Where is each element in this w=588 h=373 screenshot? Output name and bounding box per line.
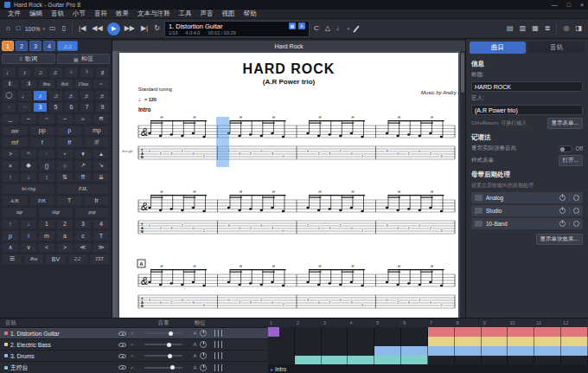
palette-button[interactable]: i	[20, 230, 37, 241]
mastering-chain-row[interactable]: Studio	[471, 205, 583, 216]
palette-button[interactable]: :‖	[20, 79, 37, 90]
scrollbar-thumb[interactable]	[461, 53, 464, 93]
palette-button[interactable]: ↑	[2, 219, 19, 230]
mixer-track-row[interactable]: 2. Electric Bass∩A	[0, 339, 268, 350]
palette-button[interactable]: fff	[84, 137, 111, 148]
palette-button[interactable]: ··	[17, 102, 32, 113]
menu-item[interactable]: 效果	[112, 10, 133, 18]
volume-slider[interactable]	[144, 332, 182, 334]
bar-cell[interactable]	[374, 346, 401, 356]
headphone-icon[interactable]: ∩	[131, 365, 134, 370]
show-effects-button[interactable]: 显示单块效果...	[536, 234, 583, 245]
bar-cell[interactable]	[508, 356, 534, 364]
forward-button[interactable]: ▶▶	[123, 23, 137, 34]
palette-button[interactable]: ≈	[74, 113, 92, 125]
go-end-button[interactable]: ▶|	[139, 23, 150, 34]
bar-cell[interactable]	[268, 346, 295, 356]
palette-button[interactable]: 2:2	[67, 254, 88, 265]
multivoice-button[interactable]: ♫♫	[57, 41, 78, 51]
palette-button[interactable]: ♬	[64, 90, 79, 101]
palette-button[interactable]: 3	[74, 219, 92, 230]
loop-icon[interactable]: ↻	[152, 23, 162, 34]
bar-cell[interactable]	[322, 327, 348, 337]
palette-button[interactable]: ‿	[2, 113, 19, 125]
bar-cell[interactable]	[322, 337, 348, 346]
palette-button[interactable]: ♬	[95, 90, 110, 101]
minimize-button[interactable]: —	[552, 2, 558, 8]
fretboard-view-icon[interactable]: ▤	[505, 23, 515, 34]
bar-cell[interactable]	[534, 346, 561, 356]
mastering-chain-row[interactable]: 10-Band	[471, 218, 583, 229]
palette-button[interactable]: ⇊	[93, 172, 110, 183]
palette-button[interactable]: 7	[80, 102, 94, 113]
voice-1-button[interactable]: 1	[2, 41, 14, 51]
track-list-icon[interactable]: ▦	[289, 23, 296, 29]
palette-button[interactable]: mf	[2, 137, 29, 148]
palette-button[interactable]: 3	[33, 102, 48, 113]
bar-cell[interactable]	[482, 337, 508, 346]
palette-button[interactable]: pp	[29, 125, 56, 137]
visibility-icon[interactable]	[118, 354, 126, 358]
palette-button[interactable]: ▾	[74, 149, 92, 160]
palette-button[interactable]: P.H.	[29, 196, 56, 207]
palette-button[interactable]: a	[56, 230, 74, 241]
zoom-caret-icon[interactable]: ▾	[43, 26, 46, 31]
bar-cell[interactable]	[401, 356, 428, 364]
volume-handle[interactable]	[167, 343, 171, 347]
palette-button[interactable]: ⇈	[74, 172, 92, 183]
voice-4-button[interactable]: 4	[43, 41, 55, 51]
palette-button[interactable]: 8va	[38, 79, 55, 90]
palette-button[interactable]: c	[74, 230, 92, 241]
tuner-icon[interactable]: ◎	[561, 23, 571, 34]
pan-knob[interactable]	[200, 341, 207, 348]
bar-cell[interactable]	[401, 327, 428, 337]
pan-knob[interactable]	[200, 330, 207, 337]
bar-cell[interactable]	[295, 327, 322, 337]
volume-slider[interactable]	[144, 355, 182, 357]
bar-cell[interactable]	[482, 356, 508, 364]
palette-button[interactable]: 6	[64, 102, 79, 113]
title-field[interactable]: HARD ROCK	[471, 81, 583, 92]
display-mode-icon[interactable]: □	[15, 23, 22, 34]
palette-button[interactable]: ◆	[20, 160, 37, 171]
edit-mode-icon[interactable]	[352, 25, 360, 33]
score-tab-header[interactable]: Hard Rock	[112, 41, 465, 51]
bar-cell[interactable]	[455, 346, 482, 356]
palette-button[interactable]: ⇅	[56, 172, 74, 183]
visibility-icon[interactable]	[118, 343, 126, 347]
bar-cell[interactable]	[534, 337, 561, 346]
palette-button[interactable]: ·	[38, 149, 55, 160]
palette-button[interactable]: ↗	[74, 160, 92, 171]
section-marker[interactable]: Intro	[275, 366, 286, 372]
palette-button[interactable]: ppp	[2, 125, 29, 137]
bar-cell[interactable]	[534, 356, 561, 364]
palette-button[interactable]: 4	[93, 219, 110, 230]
volume-handle[interactable]	[169, 331, 173, 336]
power-icon[interactable]	[559, 221, 566, 227]
palette-button[interactable]: ♩	[17, 90, 32, 101]
drumpad-view-icon[interactable]: ▦	[530, 23, 540, 34]
palette-button[interactable]: ≪	[74, 242, 92, 254]
palette-button[interactable]: ⌢	[38, 113, 55, 125]
bar-cell[interactable]	[561, 356, 588, 364]
palette-button[interactable]: ‖:	[2, 79, 19, 90]
palette-button[interactable]: TXT	[89, 254, 110, 265]
palette-button[interactable]: ♭	[64, 67, 79, 78]
lyrics-button[interactable]: ≡ 歌词	[2, 54, 55, 64]
show-form-button[interactable]: 显示表单...	[547, 118, 583, 129]
bar-cell[interactable]	[322, 356, 348, 364]
bar-cell[interactable]	[268, 327, 295, 337]
palette-button[interactable]: ∧	[2, 242, 19, 254]
bar-cell[interactable]	[455, 356, 482, 364]
visibility-icon[interactable]	[118, 365, 126, 370]
bar-cell[interactable]	[561, 327, 588, 337]
palette-button[interactable]: ()	[38, 160, 55, 171]
layout-view-icon[interactable]: ▯	[61, 23, 67, 34]
palette-button[interactable]: ↕	[38, 172, 55, 183]
palette-button[interactable]: ♪	[33, 90, 48, 101]
bar-cell[interactable]	[401, 346, 428, 356]
menu-item[interactable]: 编辑	[25, 10, 47, 18]
palette-button[interactable]: 8va	[23, 254, 44, 265]
panel-toggle-icon[interactable]: ◨	[573, 23, 584, 34]
voice-3-button[interactable]: 3	[29, 41, 42, 51]
